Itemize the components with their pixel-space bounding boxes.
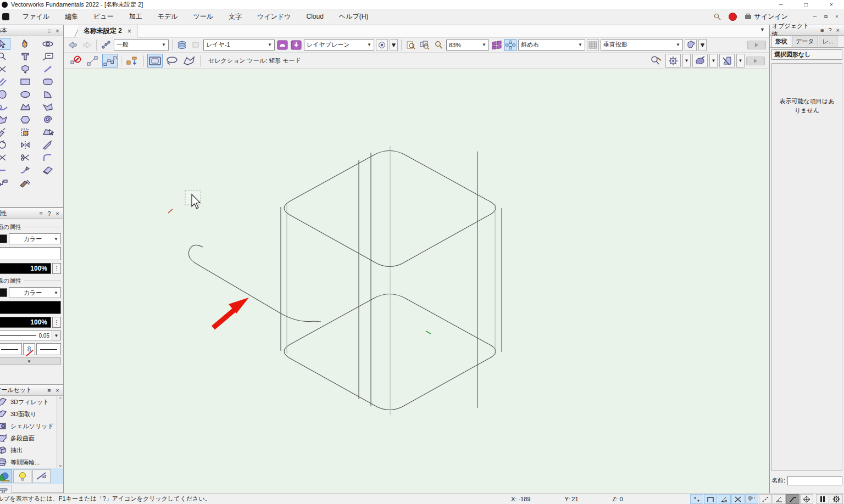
doc-close-button[interactable]: × [832, 12, 842, 21]
render-mode-dropdown-icon[interactable]: ▼ [698, 39, 707, 51]
render-style-button[interactable] [692, 54, 708, 68]
snap-to-object-toggle[interactable] [704, 494, 717, 504]
toolset-palette-header[interactable]: ツールセット ≡ × [0, 385, 64, 396]
text-tool[interactable] [17, 51, 34, 63]
snap-to-intersection-toggle[interactable] [731, 494, 745, 504]
single-vertex-mode[interactable] [85, 54, 101, 68]
class-nav-button[interactable] [290, 39, 302, 51]
callout-tool[interactable] [40, 51, 56, 63]
line-weight-dropdown-icon[interactable]: ▼ [52, 331, 61, 340]
polyline-tool[interactable] [17, 101, 34, 113]
regular-polygon-tool[interactable] [17, 114, 34, 126]
saved-view-dropdown[interactable]: 一般 ▼ [114, 40, 169, 51]
split-mode-dropdown-icon[interactable]: ▼ [736, 54, 745, 68]
rectangle-marquee-mode[interactable] [147, 54, 163, 68]
working-plane-toggle[interactable] [800, 494, 813, 504]
projection-dropdown[interactable]: 垂直投影 ▼ [601, 40, 683, 51]
rectangle-tool[interactable] [17, 76, 34, 88]
spiral-tool[interactable] [40, 114, 56, 126]
standard-view-button[interactable] [504, 39, 517, 51]
selection-tool[interactable] [0, 38, 10, 50]
snap-to-grid-toggle[interactable] [690, 494, 703, 504]
fill-opacity-menu-icon[interactable]: ⋮ [52, 263, 61, 274]
fill-opacity-slider[interactable]: 100% [0, 263, 51, 274]
analysis-button[interactable] [648, 54, 664, 68]
closed-polyline-tool[interactable] [0, 114, 10, 126]
drawing-canvas[interactable] [64, 69, 769, 493]
rounded-rectangle-tool[interactable] [40, 76, 56, 88]
menu-file[interactable]: ファイル [15, 9, 57, 25]
layer-options-button[interactable] [276, 39, 288, 51]
fit-objects-button[interactable] [405, 39, 417, 51]
toolset-palette-menu-icon[interactable]: ≡ [45, 387, 53, 394]
attributes-palette-header[interactable]: 属性 ≡ ? × [0, 208, 64, 219]
offset-pen-tool[interactable] [40, 139, 56, 151]
marker-style-button[interactable]: 8 [23, 343, 35, 355]
mirror-tool[interactable] [17, 139, 34, 151]
mode-bar-overflow-button[interactable] [746, 57, 765, 65]
scroll-down-icon[interactable]: v [59, 463, 62, 468]
end-marker-dropdown[interactable] [36, 343, 61, 355]
menu-edit[interactable]: 編集 [57, 9, 86, 25]
attribute-mapping-tool[interactable] [17, 177, 34, 189]
line-tool[interactable] [40, 63, 56, 75]
toolset-item-shell-solid[interactable]: シェルソリッド [0, 420, 64, 432]
lasso-marquee-mode[interactable] [164, 54, 180, 68]
polygon-tool[interactable] [40, 101, 56, 113]
close-button[interactable]: × [819, 0, 844, 9]
menu-view[interactable]: ビュー [86, 9, 121, 25]
category-3d-modeling[interactable] [0, 469, 12, 483]
target-view-dropdown-icon[interactable]: ▼ [390, 39, 398, 51]
connect-tool[interactable] [0, 177, 10, 189]
smart-points-toggle[interactable] [745, 494, 758, 504]
menu-help[interactable]: ヘルプ(H) [331, 9, 376, 25]
zoom-button[interactable] [432, 39, 445, 51]
double-line-tool[interactable] [0, 76, 10, 88]
toolset-item-3d-chamfer[interactable]: 3D面取り [0, 408, 64, 420]
zoom-level-dropdown[interactable]: 83% ▼ [446, 40, 489, 51]
menu-tools[interactable]: ツール [186, 9, 221, 25]
category-dims-notes[interactable] [32, 469, 51, 483]
pause-snapping-button[interactable] [816, 494, 829, 504]
scroll-up-icon[interactable]: ^ [59, 396, 62, 401]
object-info-help-icon[interactable]: ? [826, 27, 834, 33]
arc-tool[interactable] [40, 88, 56, 100]
render-mode-button[interactable] [685, 39, 697, 51]
basic-palette-menu-icon[interactable]: ≡ [45, 27, 53, 34]
object-info-close-icon[interactable]: × [834, 27, 842, 33]
category-visualization[interactable] [13, 469, 31, 483]
tab-data[interactable]: データ [792, 36, 818, 47]
snap-to-angle-toggle[interactable] [718, 494, 731, 504]
interactive-scaling-disabled-mode[interactable] [68, 54, 84, 68]
line-opacity-menu-icon[interactable]: ⋮ [52, 317, 61, 328]
line-swatch[interactable] [0, 288, 7, 297]
menu-modify[interactable]: 加工 [121, 9, 150, 25]
delete-vertex-tool[interactable] [0, 152, 10, 164]
tab-list-dropdown-icon[interactable]: ▼ [760, 27, 765, 32]
chamfer-tool[interactable] [0, 164, 10, 176]
toolset-item-loft-surface[interactable]: 多段曲面 [0, 432, 64, 444]
reference-grid-button[interactable] [587, 39, 599, 51]
reshape-tool[interactable] [40, 126, 56, 138]
constrain-tool[interactable] [0, 63, 10, 75]
notification-icon[interactable] [729, 13, 737, 21]
multi-view-button[interactable] [491, 39, 503, 51]
drop-3d-tool[interactable] [17, 63, 34, 75]
offset-tool[interactable] [17, 164, 34, 176]
curve-object[interactable] [188, 245, 321, 322]
attributes-palette-menu-icon[interactable]: ≡ [37, 210, 45, 217]
category-detailing[interactable] [0, 485, 12, 493]
toolset-item-contour[interactable]: 等間隔輪... [0, 456, 64, 468]
tab-shape[interactable]: 形状 [771, 36, 791, 47]
basic-palette-header[interactable]: 基本 ≡ × [0, 25, 64, 36]
doc-restore-button[interactable]: ⧉ [821, 12, 831, 21]
menu-window[interactable]: ウインドウ [249, 9, 298, 25]
toolset-palette-close-icon[interactable]: × [53, 387, 62, 394]
tab-close-icon[interactable]: × [127, 27, 131, 35]
layer-dropdown[interactable]: レイヤ-1 ▼ [203, 40, 275, 51]
line-style-dropdown[interactable]: カラー ▼ [9, 287, 61, 298]
view-bar-overflow-button[interactable] [747, 41, 766, 49]
render-style-dropdown-icon[interactable]: ▼ [709, 54, 718, 68]
target-view-button[interactable] [376, 39, 388, 51]
fill-style-dropdown[interactable]: カラー ▼ [9, 233, 61, 244]
